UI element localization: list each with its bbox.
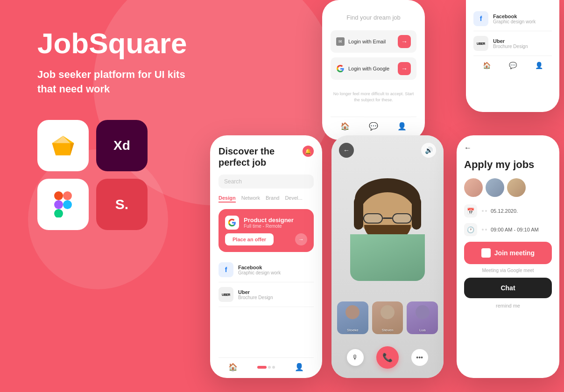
job-logo [225,216,239,230]
call-btn[interactable]: 📞 [376,346,399,369]
left-section: JobSquare Job seeker platform for UI kit… [37,28,205,230]
discover-title: Discover the perfect job [219,146,275,168]
meeting-via-text: Meeting via Google meet [464,268,552,273]
partial-item-uber: UBER Uber Brochure Design [473,31,552,56]
partial-item-facebook: f Facebook Graphic design work [473,7,552,31]
xd-icon: Xd [96,120,148,171]
thumb-stoeke: Stoeke [337,301,368,334]
video-thumbnails: Stoeke Steven Lua [331,301,444,342]
date-row: 📅 05.12.2020. [464,204,552,217]
login-nav: 🏠 💬 👤 [331,117,416,131]
sketch-icon [37,120,89,171]
svg-marker-5 [70,143,74,155]
place-offer-btn[interactable]: Place an offer [225,233,274,245]
phone-video: ← 🔊 [331,135,444,378]
avatar-3 [507,178,526,197]
login-google-btn[interactable]: Login with Google → [331,57,416,80]
login-email-btn[interactable]: ✉ Login with Email → [331,30,416,53]
phone-apply: ← Apply my jobs 📅 05.12.2020. 🕐 09:00 AM… [457,135,559,378]
job-card-title: Product designer [244,217,294,224]
svg-rect-9 [54,200,63,209]
figma-icon [37,179,89,230]
avatar-1 [464,178,483,197]
job-card: Product designer Full time - Remote Plac… [219,209,314,252]
category-tabs: Design Network Brand Devel... [219,195,314,203]
svg-rect-10 [54,209,63,217]
apply-back-btn[interactable]: ← [464,144,552,152]
login-bottom-text: No longer feel more difficult to accept.… [331,91,416,103]
calendar-icon: 📅 [464,204,477,217]
video-controls: 🎙 📞 ••• [331,342,444,378]
brand-subtitle: Job seeker platform for UI kits that nee… [37,68,205,97]
thumb-lua: Lua [407,301,438,334]
bell-icon: 🔔 [303,146,314,157]
phone-login: Find your dream job ✉ Login with Email → [322,0,425,140]
uber-logo: UBER [219,287,233,302]
discover-uber-item: UBER Uber Brochure Design [219,282,314,307]
join-meeting-btn[interactable]: ▶ Join meeting [464,242,552,264]
svg-marker-6 [56,143,70,155]
thumb-steven: Steven [372,301,403,334]
login-dream-text: Find your dream job [331,14,416,21]
svg-marker-4 [52,143,56,155]
video-back-btn[interactable]: ← [339,143,354,158]
brand-title: JobSquare [37,28,205,58]
cat-network[interactable]: Network [241,195,260,203]
cat-brand[interactable]: Brand [266,195,279,203]
mic-btn[interactable]: 🎙 [347,349,364,366]
card-circle-btn: → [295,233,307,245]
phone-right-partial: f Facebook Graphic design work UBER Uber… [466,0,559,112]
cat-design[interactable]: Design [219,195,236,203]
clock-icon: 🕐 [464,223,477,236]
partial-nav: 🏠 💬 👤 [473,62,552,69]
applicant-avatars [464,178,552,197]
slides-icon: S. [96,179,148,230]
facebook-logo: f [219,262,233,277]
chat-btn[interactable]: Chat [464,278,552,298]
cat-devel[interactable]: Devel... [285,195,302,203]
avatar-2 [486,178,504,197]
svg-rect-8 [63,191,72,200]
job-card-subtitle: Full time - Remote [244,224,294,229]
more-btn[interactable]: ••• [411,349,428,366]
app-icons-grid: Xd S. [37,120,205,230]
phone-discover: Discover the perfect job 🔔 Search Design… [210,135,322,378]
time-row: 🕐 09:00 AM - 09:10 AM [464,223,552,236]
video-person-area [331,158,444,301]
search-bar[interactable]: Search [219,175,314,189]
apply-title: Apply my jobs [464,159,552,171]
remind-text: remind me [464,303,552,308]
video-top-bar: ← 🔊 [331,135,444,158]
video-icon: ▶ [481,248,491,258]
svg-rect-7 [54,191,63,200]
video-sound-btn[interactable]: 🔊 [421,143,436,158]
discover-facebook-item: f Facebook Graphic design work [219,258,314,282]
svg-point-11 [63,200,72,209]
discover-nav: 🏠 👤 [219,357,314,371]
